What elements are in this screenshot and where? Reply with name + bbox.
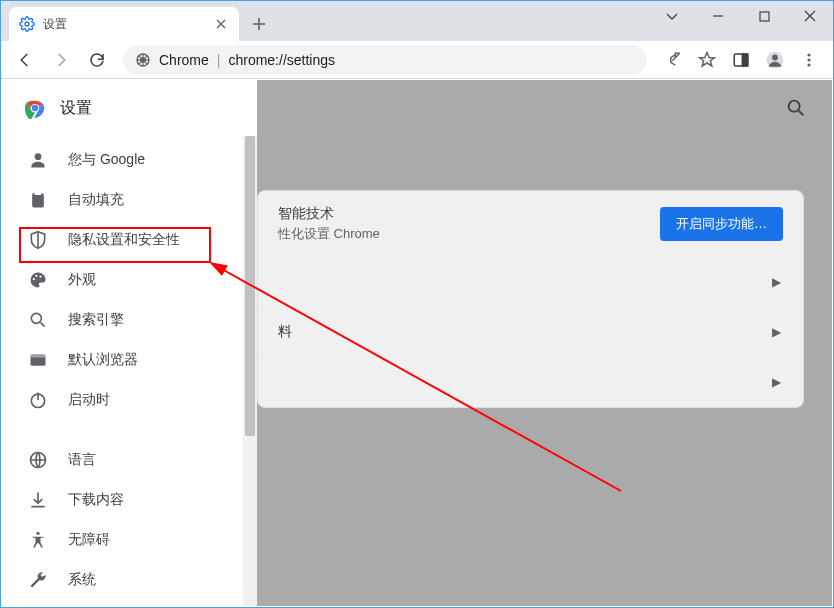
svg-point-9	[807, 58, 810, 61]
svg-point-14	[35, 153, 42, 160]
omnibox-text: Chrome | chrome://settings	[159, 52, 335, 68]
tab-title: 设置	[43, 16, 205, 33]
toolbar: Chrome | chrome://settings	[1, 41, 833, 79]
sidebar-item-appearance[interactable]: 外观	[2, 260, 257, 300]
svg-point-8	[807, 53, 810, 56]
omnibox[interactable]: Chrome | chrome://settings	[123, 45, 647, 75]
chevron-right-icon: ▶	[772, 275, 781, 289]
chevron-right-icon: ▶	[772, 375, 781, 389]
wrench-icon	[28, 570, 48, 590]
sidebar-item-label: 搜索引擎	[68, 311, 124, 329]
side-panel-button[interactable]	[725, 44, 757, 76]
svg-point-13	[32, 105, 38, 111]
sidebar-item-label: 外观	[68, 271, 96, 289]
sidebar-item-label: 您与 Google	[68, 151, 145, 169]
close-icon[interactable]	[213, 16, 229, 32]
svg-point-25	[36, 532, 39, 535]
bookmark-button[interactable]	[691, 44, 723, 76]
window-controls	[649, 1, 833, 31]
search-settings-button[interactable]	[778, 90, 814, 126]
power-icon	[28, 390, 48, 410]
sidebar-item-accessibility[interactable]: 无障碍	[2, 520, 257, 560]
clipboard-icon	[28, 190, 48, 210]
svg-point-10	[807, 63, 810, 66]
settings-sidebar: 设置 您与 Google 自动填充 隐私设置和安全性 外观	[2, 80, 257, 606]
site-info-icon[interactable]	[135, 52, 151, 68]
reload-button[interactable]	[81, 44, 113, 76]
svg-rect-16	[35, 192, 42, 195]
svg-point-26	[789, 101, 800, 112]
sidebar-item-label: 自动填充	[68, 191, 124, 209]
sidebar-item-languages[interactable]: 语言	[2, 440, 257, 480]
sidebar-item-downloads[interactable]: 下载内容	[2, 480, 257, 520]
sidebar-item-label: 默认浏览器	[68, 351, 138, 369]
maximize-button[interactable]	[741, 1, 787, 31]
sidebar-item-label: 启动时	[68, 391, 110, 409]
close-window-button[interactable]	[787, 1, 833, 31]
accessibility-icon	[28, 530, 48, 550]
forward-button[interactable]	[45, 44, 77, 76]
sidebar-item-autofill[interactable]: 自动填充	[2, 180, 257, 220]
sidebar-item-startup[interactable]: 启动时	[2, 380, 257, 420]
sidebar-item-default-browser[interactable]: 默认浏览器	[2, 340, 257, 380]
svg-point-20	[31, 313, 41, 323]
browser-icon	[28, 350, 48, 370]
svg-point-18	[35, 275, 37, 277]
scrollbar-thumb[interactable]	[245, 136, 255, 436]
svg-point-0	[25, 22, 29, 26]
titlebar: 设置	[1, 1, 833, 41]
minimize-button[interactable]	[695, 1, 741, 31]
palette-icon	[28, 270, 48, 290]
svg-rect-22	[31, 354, 46, 357]
row-text: 料	[278, 323, 292, 341]
turn-on-sync-button[interactable]: 开启同步功能…	[660, 207, 783, 241]
card-row[interactable]: ▶	[258, 357, 803, 407]
sidebar-item-label: 隐私设置和安全性	[68, 231, 180, 249]
sidebar-item-label: 下载内容	[68, 491, 124, 509]
sync-promo: 智能技术 性化设置 Chrome 开启同步功能…	[258, 191, 803, 257]
back-button[interactable]	[9, 44, 41, 76]
gear-icon	[19, 16, 35, 32]
menu-button[interactable]	[793, 44, 825, 76]
new-tab-button[interactable]	[245, 10, 273, 38]
main-content: 智能技术 性化设置 Chrome 开启同步功能… ▶ 料 ▶ ▶	[257, 80, 832, 606]
sidebar-item-you-and-google[interactable]: 您与 Google	[2, 140, 257, 180]
tab-search-button[interactable]	[649, 1, 695, 31]
svg-point-17	[33, 278, 35, 280]
chevron-right-icon: ▶	[772, 325, 781, 339]
settings-card: 智能技术 性化设置 Chrome 开启同步功能… ▶ 料 ▶ ▶	[257, 190, 804, 408]
svg-rect-15	[32, 193, 44, 207]
chrome-logo-icon	[24, 97, 46, 119]
sidebar-item-label: 系统	[68, 571, 96, 589]
sidebar-title: 设置	[60, 98, 92, 119]
svg-point-19	[39, 276, 41, 278]
person-icon	[28, 150, 48, 170]
card-row[interactable]: 料 ▶	[258, 307, 803, 357]
search-icon	[28, 310, 48, 330]
profile-button[interactable]	[759, 44, 791, 76]
card-row[interactable]: ▶	[258, 257, 803, 307]
svg-rect-1	[760, 12, 769, 21]
sidebar-item-search[interactable]: 搜索引擎	[2, 300, 257, 340]
sidebar-item-label: 语言	[68, 451, 96, 469]
browser-tab[interactable]: 设置	[9, 7, 239, 41]
sidebar-scrollbar[interactable]	[243, 136, 257, 606]
svg-rect-5	[743, 54, 748, 66]
share-button[interactable]	[657, 44, 689, 76]
sidebar-header: 设置	[2, 80, 257, 136]
shield-icon	[28, 230, 48, 250]
svg-point-7	[772, 54, 778, 60]
svg-point-3	[140, 57, 146, 63]
globe-icon	[28, 450, 48, 470]
sidebar-item-label: 无障碍	[68, 531, 110, 549]
download-icon	[28, 490, 48, 510]
sidebar-item-privacy[interactable]: 隐私设置和安全性	[2, 220, 257, 260]
sidebar-item-system[interactable]: 系统	[2, 560, 257, 600]
